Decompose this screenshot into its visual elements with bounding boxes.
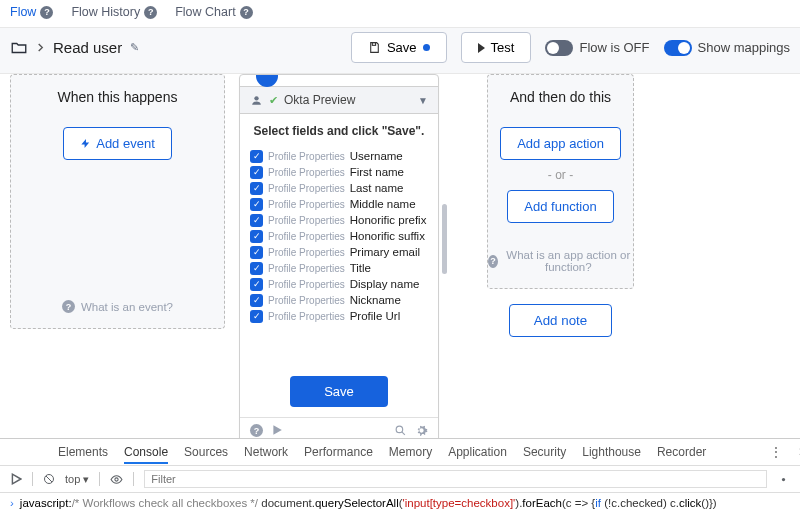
- tab-flow[interactable]: Flow?: [10, 5, 53, 19]
- field-category: Profile Properties: [268, 231, 345, 242]
- devtools-tab-sources[interactable]: Sources: [184, 445, 228, 459]
- checkbox[interactable]: [250, 278, 263, 291]
- check-icon: ✔: [269, 94, 278, 107]
- kebab-icon[interactable]: ⋮: [770, 445, 782, 459]
- checkbox[interactable]: [250, 246, 263, 259]
- field-list[interactable]: Profile PropertiesUsernameProfile Proper…: [240, 146, 438, 366]
- help-icon[interactable]: ?: [40, 6, 53, 19]
- test-button[interactable]: Test: [461, 32, 532, 63]
- checkbox[interactable]: [250, 310, 263, 323]
- action-help[interactable]: ? What is an app action or function?: [488, 249, 633, 273]
- devtools-tab-console[interactable]: Console: [124, 445, 168, 464]
- help-icon[interactable]: ?: [144, 6, 157, 19]
- tab-chart[interactable]: Flow Chart?: [175, 5, 252, 19]
- trigger-help[interactable]: ? What is an event?: [11, 300, 224, 313]
- devtools-tab-network[interactable]: Network: [244, 445, 288, 459]
- tab-history-label: Flow History: [71, 5, 140, 19]
- checkbox[interactable]: [250, 262, 263, 275]
- filter-input[interactable]: [144, 470, 767, 488]
- checkbox[interactable]: [250, 198, 263, 211]
- field-category: Profile Properties: [268, 151, 345, 162]
- devtools-tab-elements[interactable]: Elements: [58, 445, 108, 459]
- add-function-button[interactable]: Add function: [507, 190, 613, 223]
- field-row[interactable]: Profile PropertiesHonorific suffix: [250, 228, 428, 244]
- trigger-title: When this happens: [58, 89, 178, 105]
- devtools-tab-lighthouse[interactable]: Lighthouse: [582, 445, 641, 459]
- field-category: Profile Properties: [268, 215, 345, 226]
- devtools-tab-memory[interactable]: Memory: [389, 445, 432, 459]
- field-row[interactable]: Profile PropertiesTitle: [250, 260, 428, 276]
- save-label: Save: [387, 40, 417, 55]
- gear-icon[interactable]: [777, 473, 790, 486]
- svg-point-9: [782, 477, 785, 480]
- field-name: Nickname: [350, 294, 401, 306]
- field-category: Profile Properties: [268, 167, 345, 178]
- bolt-icon: [80, 138, 91, 149]
- help-icon[interactable]: ?: [240, 6, 253, 19]
- search-icon[interactable]: [394, 424, 407, 437]
- save-fields-button[interactable]: Save: [290, 376, 388, 407]
- help-icon[interactable]: ?: [250, 424, 263, 437]
- connection-select[interactable]: ✔ Okta Preview ▼: [240, 87, 438, 114]
- play-icon[interactable]: [271, 424, 283, 436]
- checkbox[interactable]: [250, 230, 263, 243]
- field-category: Profile Properties: [268, 311, 345, 322]
- tab-history[interactable]: Flow History?: [71, 5, 157, 19]
- flow-toggle[interactable]: [545, 40, 573, 56]
- console-line[interactable]: › javascript:/* Workflows check all chec…: [0, 493, 800, 513]
- action-title: And then do this: [510, 89, 611, 105]
- devtools-subtoolbar: top ▾: [0, 466, 800, 493]
- field-row[interactable]: Profile PropertiesProfile Url: [250, 308, 428, 324]
- right-column: And then do this Add app action - or - A…: [453, 74, 668, 444]
- top-tabs: Flow? Flow History? Flow Chart?: [0, 0, 800, 27]
- scrollbar[interactable]: [442, 204, 447, 274]
- pencil-icon[interactable]: ✎: [130, 41, 139, 54]
- toolbar-left: Read user ✎: [10, 39, 139, 57]
- flow-status-label: Flow is OFF: [579, 40, 649, 55]
- svg-point-1: [254, 96, 258, 100]
- add-event-button[interactable]: Add event: [63, 127, 172, 160]
- checkbox[interactable]: [250, 294, 263, 307]
- field-row[interactable]: Profile PropertiesUsername: [250, 148, 428, 164]
- tab-chart-label: Flow Chart: [175, 5, 235, 19]
- toolbar: Read user ✎ Save Test Flow is OFF Show m…: [0, 27, 800, 74]
- devtools-tab-application[interactable]: Application: [448, 445, 507, 459]
- help-icon: ?: [488, 255, 498, 268]
- field-category: Profile Properties: [268, 199, 345, 210]
- card-header-strip: [240, 75, 438, 87]
- devtools-tab-performance[interactable]: Performance: [304, 445, 373, 459]
- save-button[interactable]: Save: [351, 32, 447, 63]
- field-category: Profile Properties: [268, 247, 345, 258]
- field-row[interactable]: Profile PropertiesPrimary email: [250, 244, 428, 260]
- add-app-action-button[interactable]: Add app action: [500, 127, 621, 160]
- field-row[interactable]: Profile PropertiesMiddle name: [250, 196, 428, 212]
- mappings-toggle[interactable]: [664, 40, 692, 56]
- checkbox[interactable]: [250, 150, 263, 163]
- play-icon[interactable]: [10, 473, 22, 485]
- field-row[interactable]: Profile PropertiesDisplay name: [250, 276, 428, 292]
- user-icon: [250, 94, 263, 107]
- devtools-tab-security[interactable]: Security: [523, 445, 566, 459]
- checkbox[interactable]: [250, 182, 263, 195]
- tab-flow-label: Flow: [10, 5, 36, 19]
- field-name: Username: [350, 150, 403, 162]
- field-row[interactable]: Profile PropertiesLast name: [250, 180, 428, 196]
- checkbox[interactable]: [250, 166, 263, 179]
- add-note-button[interactable]: Add note: [509, 304, 612, 337]
- field-picker-card: ✔ Okta Preview ▼ Select fields and click…: [239, 74, 439, 444]
- field-row[interactable]: Profile PropertiesHonorific prefix: [250, 212, 428, 228]
- checkbox[interactable]: [250, 214, 263, 227]
- field-name: Honorific prefix: [350, 214, 427, 226]
- folder-icon[interactable]: [10, 39, 28, 57]
- field-row[interactable]: Profile PropertiesNickname: [250, 292, 428, 308]
- field-row[interactable]: Profile PropertiesFirst name: [250, 164, 428, 180]
- eye-icon[interactable]: [110, 473, 123, 486]
- devtools: ElementsConsoleSourcesNetworkPerformance…: [0, 438, 800, 513]
- main: When this happens Add event ? What is an…: [0, 74, 800, 444]
- clear-icon[interactable]: [43, 473, 55, 485]
- separator: [133, 472, 134, 486]
- trigger-panel: When this happens Add event ? What is an…: [10, 74, 225, 329]
- devtools-tab-recorder[interactable]: Recorder: [657, 445, 706, 459]
- gear-icon[interactable]: [415, 424, 428, 437]
- context-select[interactable]: top ▾: [65, 473, 89, 486]
